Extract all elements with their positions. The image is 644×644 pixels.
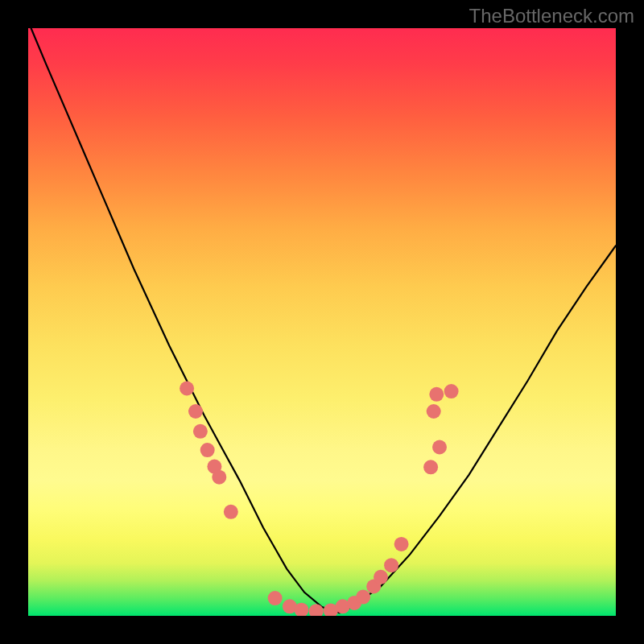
data-point (224, 505, 238, 519)
data-point (268, 591, 283, 605)
data-point (212, 470, 226, 485)
data-point (444, 384, 459, 398)
data-point (432, 440, 447, 455)
data-point (193, 424, 208, 439)
data-point (356, 590, 370, 605)
data-point (394, 537, 409, 551)
chart-svg (28, 28, 616, 616)
chart-frame: TheBottleneck.com (0, 0, 644, 644)
data-point (429, 387, 444, 402)
chart-plot-area (28, 28, 616, 616)
bottleneck-curve-line (31, 28, 616, 613)
data-point (188, 404, 203, 419)
data-points-group (180, 382, 458, 617)
data-point (384, 558, 398, 572)
data-point (374, 570, 388, 584)
data-point (427, 404, 441, 419)
data-point (423, 460, 438, 474)
watermark-text: TheBottleneck.com (469, 5, 634, 27)
data-point (200, 443, 215, 457)
data-point (180, 382, 194, 396)
